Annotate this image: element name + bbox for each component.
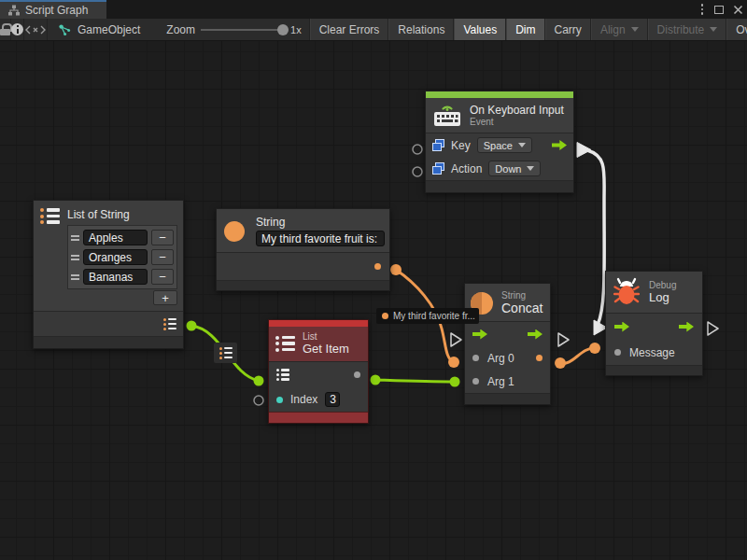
- index-port-label: Index: [290, 393, 317, 406]
- remove-item-button[interactable]: −: [151, 269, 174, 285]
- node-category: String: [501, 290, 543, 301]
- list-item: Bananas −: [70, 267, 175, 287]
- zoom-value: 1x: [290, 19, 310, 40]
- tab-script-graph[interactable]: Script Graph: [0, 0, 106, 19]
- gameobject-target-button[interactable]: GameObject: [59, 19, 140, 40]
- remove-item-button[interactable]: −: [151, 249, 174, 265]
- carry-button[interactable]: Carry: [545, 19, 591, 40]
- list-value-icon: [219, 347, 233, 359]
- bug-icon: [613, 277, 640, 307]
- list-item-field[interactable]: Oranges: [83, 249, 148, 265]
- graph-toolbar: GameObject Zoom 1x Clear Errors Relation…: [0, 19, 747, 41]
- drag-handle-icon[interactable]: [71, 255, 79, 260]
- node-debug-log[interactable]: Debug Log Message: [605, 271, 703, 376]
- node-list-of-string[interactable]: List of String Apples − Oranges − Ban: [33, 200, 184, 349]
- string-value-field[interactable]: My third favorite fruit is:: [256, 231, 385, 246]
- message-port-label: Message: [629, 346, 675, 359]
- node-title: On Keyboard Input: [470, 104, 564, 117]
- message-input-port[interactable]: [614, 349, 621, 356]
- wire-value-tooltip: My third favorite fr...: [376, 308, 479, 324]
- list-item: Oranges −: [70, 247, 175, 267]
- node-title: Concat: [501, 301, 543, 315]
- maximize-icon[interactable]: [714, 6, 724, 14]
- wire-value-text: My third favorite fr...: [393, 311, 475, 321]
- lock-icon: [0, 23, 10, 35]
- key-port-label: Key: [451, 139, 471, 152]
- script-graph-window: Script Graph GameObj: [0, 0, 747, 560]
- drag-handle-icon[interactable]: [71, 274, 79, 280]
- node-concat[interactable]: String Concat Arg 0 Arg 1: [464, 283, 551, 405]
- overview-button[interactable]: Overv: [726, 19, 747, 40]
- string-icon: [224, 221, 245, 242]
- info-button[interactable]: [11, 19, 24, 40]
- dim-button[interactable]: Dim: [506, 19, 544, 40]
- string-value-icon: [382, 313, 388, 319]
- list-output-port[interactable]: [163, 318, 176, 330]
- distribute-button[interactable]: Distribute: [648, 19, 727, 40]
- node-title: Get Item: [303, 342, 349, 356]
- node-subtitle: Event: [470, 117, 564, 127]
- action-port-label: Action: [451, 162, 482, 175]
- zoom-label: Zoom: [166, 19, 197, 40]
- values-button[interactable]: Values: [454, 19, 506, 40]
- node-string[interactable]: String My third favorite fruit is:: [216, 208, 390, 291]
- action-variable-icon: [432, 162, 444, 175]
- relations-button[interactable]: Relations: [388, 19, 454, 40]
- node-title: String: [256, 216, 385, 229]
- trigger-input-arrow[interactable]: [472, 329, 487, 340]
- code-icon: [24, 24, 47, 35]
- error-bar: [269, 320, 368, 327]
- list-item-field[interactable]: Apples: [83, 230, 148, 245]
- trigger-output-arrow[interactable]: [552, 140, 567, 150]
- index-input-port[interactable]: [276, 397, 283, 403]
- arg0-port-label: Arg 0: [487, 352, 528, 365]
- string-output-port[interactable]: [374, 263, 381, 270]
- gameobject-label: GameObject: [78, 23, 140, 36]
- action-dropdown[interactable]: Down: [488, 161, 541, 176]
- clear-errors-button[interactable]: Clear Errors: [310, 19, 389, 40]
- node-title: Log: [649, 290, 676, 304]
- arg1-port-label: Arg 1: [487, 375, 514, 388]
- node-on-keyboard-input[interactable]: On Keyboard Input Event Key Space Action…: [425, 91, 574, 193]
- key-variable-icon: [432, 139, 444, 151]
- keyboard-icon: [433, 103, 461, 127]
- key-dropdown[interactable]: Space: [477, 137, 532, 153]
- result-output-port[interactable]: [536, 355, 543, 361]
- drag-handle-icon[interactable]: [71, 235, 79, 241]
- gameobject-graph-icon: [59, 24, 71, 35]
- remove-item-button[interactable]: −: [151, 230, 174, 245]
- node-category: List: [303, 331, 349, 342]
- title-bar: Script Graph: [0, 0, 747, 19]
- code-view-button[interactable]: [24, 19, 48, 40]
- node-get-item[interactable]: List Get Item Index 3: [268, 319, 369, 424]
- window-menu-icon[interactable]: [699, 2, 706, 17]
- list-input-port[interactable]: [276, 369, 289, 381]
- trigger-output-arrow[interactable]: [679, 322, 694, 332]
- zoom-slider-track[interactable]: [201, 29, 287, 31]
- list-icon: [40, 208, 60, 305]
- list-item-field[interactable]: Bananas: [83, 269, 148, 285]
- index-value-field[interactable]: 3: [325, 392, 340, 407]
- item-output-port[interactable]: [354, 371, 360, 378]
- zoom-slider-handle[interactable]: [277, 24, 289, 35]
- arg1-input-port[interactable]: [472, 378, 479, 385]
- list-item: Apples −: [70, 228, 175, 247]
- list-icon: [275, 336, 295, 352]
- align-button[interactable]: Align: [591, 19, 648, 40]
- wire-value-badge: [214, 343, 237, 363]
- trigger-input-arrow[interactable]: [614, 322, 629, 332]
- close-icon[interactable]: [733, 5, 743, 15]
- zoom-slider[interactable]: [197, 19, 290, 40]
- arg0-input-port[interactable]: [472, 355, 479, 361]
- node-category: Debug: [649, 280, 676, 290]
- tab-label: Script Graph: [25, 4, 88, 17]
- trigger-output-arrow[interactable]: [528, 329, 543, 340]
- event-highlight-bar: [426, 91, 573, 98]
- lock-button[interactable]: [0, 19, 11, 40]
- add-item-button[interactable]: +: [153, 290, 177, 305]
- graph-icon: [7, 5, 21, 16]
- info-icon: [11, 23, 23, 35]
- node-title: List of String: [67, 208, 177, 221]
- list-editor: Apples − Oranges − Bananas −: [67, 225, 177, 289]
